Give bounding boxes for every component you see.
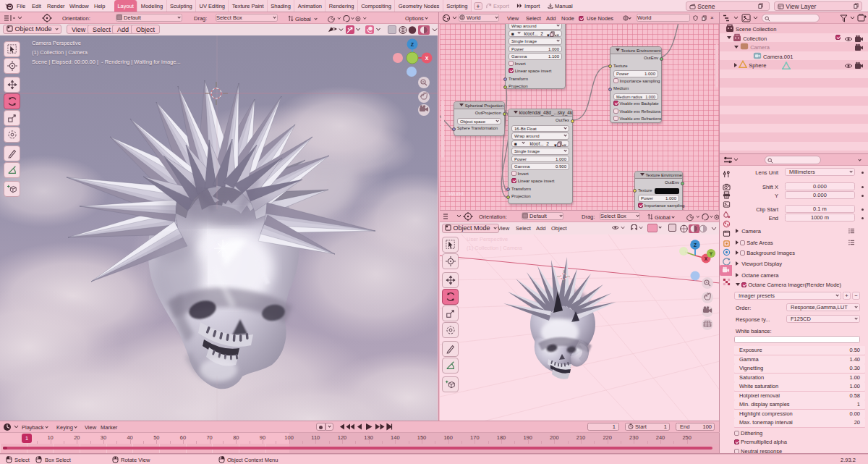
svg-text:Z: Z bbox=[411, 42, 414, 47]
svg-text:X: X bbox=[705, 256, 708, 261]
svg-text:X: X bbox=[425, 56, 429, 61]
svg-text:Y: Y bbox=[710, 251, 713, 256]
svg-text:Z: Z bbox=[694, 242, 697, 248]
